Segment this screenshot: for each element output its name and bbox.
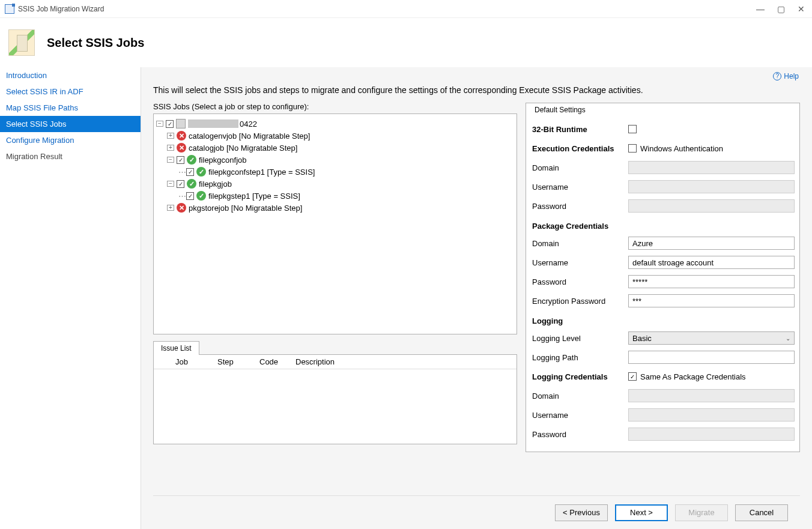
input-pkg-password[interactable] bbox=[628, 275, 795, 288]
minimize-button[interactable]: — bbox=[754, 4, 766, 14]
tree-node-catalogjob[interactable]: + ✕ catalogjob [No Migratable Step] bbox=[156, 142, 514, 154]
wizard-steps-sidebar: Introduction Select SSIS IR in ADF Map S… bbox=[0, 67, 141, 529]
tree-node-filepkgjob[interactable]: − ✓ filepkgjob bbox=[156, 178, 514, 190]
label-32bit-runtime: 32-Bit Runtime bbox=[532, 125, 628, 134]
cancel-button[interactable]: Cancel bbox=[735, 504, 788, 521]
sidebar-item-migration-result[interactable]: Migration Result bbox=[0, 148, 141, 165]
collapse-icon[interactable]: − bbox=[156, 121, 163, 127]
ok-icon: ✓ bbox=[187, 179, 196, 189]
instruction-text: This will select the SSIS jobs and steps… bbox=[153, 85, 800, 95]
label-windows-auth: Windows Authentication bbox=[640, 144, 723, 153]
tree-node-catalogenvjob[interactable]: + ✕ catalogenvjob [No Migratable Step] bbox=[156, 130, 514, 142]
error-icon: ✕ bbox=[177, 143, 186, 153]
server-icon bbox=[176, 119, 186, 128]
expand-icon[interactable]: + bbox=[167, 205, 174, 211]
error-icon: ✕ bbox=[177, 131, 186, 141]
collapse-icon[interactable]: − bbox=[167, 157, 174, 163]
next-button[interactable]: Next > bbox=[615, 504, 668, 521]
section-package-credentials: Package Credentials bbox=[532, 219, 795, 234]
sidebar-item-configure-migration[interactable]: Configure Migration bbox=[0, 132, 141, 148]
redacted-server-name bbox=[188, 119, 238, 128]
input-log-domain bbox=[628, 389, 795, 402]
input-log-password bbox=[628, 428, 795, 441]
label-pkg-username: Username bbox=[532, 258, 628, 267]
input-exec-domain bbox=[628, 161, 795, 174]
label-logging-path: Logging Path bbox=[532, 353, 628, 362]
label-exec-credentials: Execution Credentials bbox=[532, 144, 628, 153]
chevron-down-icon: ⌄ bbox=[786, 335, 794, 342]
close-button[interactable]: ✕ bbox=[795, 4, 807, 14]
input-encryption-password[interactable] bbox=[628, 294, 795, 307]
issue-col-step[interactable]: Step bbox=[213, 355, 255, 369]
step-checkbox[interactable] bbox=[186, 192, 194, 200]
sidebar-item-select-ssis-ir[interactable]: Select SSIS IR in ADF bbox=[0, 83, 141, 100]
label-log-username: Username bbox=[532, 411, 628, 420]
sidebar-item-map-file-paths[interactable]: Map SSIS File Paths bbox=[0, 100, 141, 116]
wizard-icon bbox=[8, 29, 35, 56]
tree-line: ⋯ bbox=[178, 168, 186, 177]
checkbox-windows-auth[interactable] bbox=[628, 144, 637, 153]
page-title: Select SSIS Jobs bbox=[47, 36, 144, 50]
ok-icon: ✓ bbox=[196, 191, 206, 201]
migrate-button: Migrate bbox=[675, 504, 728, 521]
select-logging-level-value: Basic bbox=[632, 334, 652, 343]
help-icon: ? bbox=[773, 72, 781, 80]
label-pkg-password: Password bbox=[532, 277, 628, 286]
expand-icon[interactable]: + bbox=[167, 145, 174, 151]
titlebar: SSIS Job Migration Wizard — ▢ ✕ bbox=[0, 0, 812, 18]
collapse-icon[interactable]: − bbox=[167, 181, 174, 187]
previous-button[interactable]: < Previous bbox=[555, 504, 608, 521]
tab-default-settings[interactable]: Default Settings bbox=[526, 103, 800, 116]
main-content: ? Help This will select the SSIS jobs an… bbox=[141, 67, 812, 529]
label-encryption-password: Encryption Password bbox=[532, 297, 628, 306]
input-exec-password bbox=[628, 199, 795, 213]
input-pkg-domain[interactable] bbox=[628, 237, 795, 250]
label-pkg-domain: Domain bbox=[532, 239, 628, 248]
wizard-header: Select SSIS Jobs bbox=[0, 18, 812, 67]
job-checkbox[interactable] bbox=[177, 180, 184, 188]
step-checkbox[interactable] bbox=[186, 168, 194, 176]
root-checkbox[interactable] bbox=[166, 120, 174, 128]
job-checkbox[interactable] bbox=[177, 156, 184, 164]
issue-col-description[interactable]: Description bbox=[291, 355, 517, 369]
issue-list-table: Job Step Code Description bbox=[153, 354, 517, 444]
issue-col-job[interactable]: Job bbox=[171, 355, 213, 369]
label-exec-username: Username bbox=[532, 183, 628, 192]
tree-caption: SSIS Jobs (Select a job or step to confi… bbox=[153, 102, 517, 111]
issue-col-code[interactable]: Code bbox=[255, 355, 291, 369]
error-icon: ✕ bbox=[177, 203, 186, 213]
help-label: Help bbox=[784, 72, 799, 80]
expand-icon[interactable]: + bbox=[167, 133, 174, 139]
settings-panel: 32-Bit Runtime Execution Credentials Win… bbox=[526, 116, 800, 452]
tree-node-filepkgconfstep1[interactable]: ⋯ ✓ filepkgconfstep1 [Type = SSIS] bbox=[156, 166, 514, 178]
tab-issue-list[interactable]: Issue List bbox=[153, 341, 199, 355]
help-link[interactable]: ? Help bbox=[773, 72, 799, 80]
window-title: SSIS Job Migration Wizard bbox=[18, 5, 104, 13]
select-logging-level[interactable]: Basic ⌄ bbox=[628, 331, 795, 345]
app-icon bbox=[5, 4, 14, 14]
ssis-jobs-tree[interactable]: − 0422 + ✕ catalogenvjob [No Migratable … bbox=[153, 113, 517, 334]
sidebar-item-select-ssis-jobs[interactable]: Select SSIS Jobs bbox=[0, 116, 141, 132]
input-log-username bbox=[628, 408, 795, 422]
issue-col-blank bbox=[154, 355, 171, 369]
wizard-footer: < Previous Next > Migrate Cancel bbox=[153, 495, 800, 529]
ok-icon: ✓ bbox=[196, 167, 206, 177]
label-logging-credentials: Logging Credentials bbox=[532, 372, 628, 381]
label-log-password: Password bbox=[532, 430, 628, 439]
tree-root[interactable]: − 0422 bbox=[156, 118, 514, 130]
tree-node-filepkgconfjob[interactable]: − ✓ filepkgconfjob bbox=[156, 154, 514, 166]
root-suffix: 0422 bbox=[240, 119, 257, 128]
label-same-as-pkg: Same As Package Credentials bbox=[640, 372, 746, 381]
input-logging-path[interactable] bbox=[628, 351, 795, 364]
tree-line: ⋯ bbox=[178, 192, 186, 201]
input-pkg-username[interactable] bbox=[628, 256, 795, 269]
checkbox-32bit-runtime[interactable] bbox=[628, 125, 637, 133]
checkbox-same-as-pkg[interactable] bbox=[628, 372, 637, 381]
tree-node-pkgstorejob[interactable]: + ✕ pkgstorejob [No Migratable Step] bbox=[156, 202, 514, 214]
section-logging: Logging bbox=[532, 313, 795, 329]
sidebar-item-introduction[interactable]: Introduction bbox=[0, 67, 141, 83]
input-exec-username bbox=[628, 180, 795, 193]
label-logging-level: Logging Level bbox=[532, 334, 628, 343]
maximize-button[interactable]: ▢ bbox=[775, 4, 787, 14]
tree-node-filepkgstep1[interactable]: ⋯ ✓ filepkgstep1 [Type = SSIS] bbox=[156, 190, 514, 202]
